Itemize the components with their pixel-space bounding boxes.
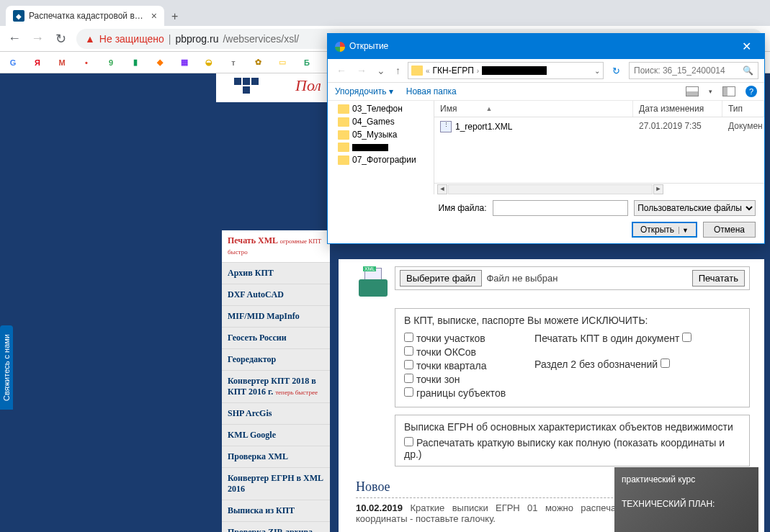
tab-close-icon[interactable]: × bbox=[151, 10, 157, 22]
opt-full-print-label: Распечатать краткую выписку как полную (… bbox=[404, 437, 725, 460]
opt-section2-label: Раздел 2 без обозначений bbox=[534, 359, 658, 370]
bookmark-icon[interactable]: ▮ bbox=[130, 57, 141, 68]
new-folder-button[interactable]: Новая папка bbox=[406, 86, 457, 96]
tab-favicon: ◆ bbox=[13, 10, 24, 22]
view-mode-icon[interactable] bbox=[686, 86, 699, 96]
tree-item[interactable] bbox=[328, 141, 434, 153]
sidebar-item[interactable]: Конвертер ЕГРН в XML 2016 bbox=[222, 468, 330, 500]
dlg-refresh-icon[interactable]: ↻ bbox=[608, 66, 624, 76]
sidebar-item[interactable]: Печать XML огромные КПТ быстро bbox=[222, 230, 330, 263]
dlg-body: 03_Телефон04_Games05_Музыка07_Фотографии… bbox=[328, 101, 764, 194]
dlg-fwd-icon[interactable]: → bbox=[354, 63, 370, 78]
search-placeholder: Поиск: 36_15_2400014 bbox=[634, 66, 725, 76]
col-type[interactable]: Тип bbox=[722, 101, 764, 117]
col-date[interactable]: Дата изменения bbox=[633, 101, 722, 117]
tree-item[interactable]: 04_Games bbox=[328, 115, 434, 128]
site-logo bbox=[234, 78, 256, 99]
dlg-hscroll[interactable]: ◄ ► bbox=[434, 183, 764, 194]
file-status: Файл не выбран bbox=[482, 273, 562, 284]
scroll-left-icon[interactable]: ◄ bbox=[437, 184, 447, 194]
sidebar-item[interactable]: Архив КПТ bbox=[222, 263, 330, 284]
sidebar-item[interactable]: SHP ArcGis bbox=[222, 403, 330, 425]
open-button[interactable]: Открыть▼ bbox=[632, 222, 697, 238]
reload-button[interactable]: ↻ bbox=[53, 31, 68, 47]
tab-title: Распечатка кадастровой выпис bbox=[29, 11, 147, 21]
filename-input[interactable] bbox=[493, 200, 629, 216]
bookmark-icon[interactable]: 9 bbox=[105, 57, 117, 68]
bookmark-icon[interactable]: Я bbox=[32, 57, 43, 68]
organize-menu[interactable]: Упорядочить ▾ bbox=[335, 86, 393, 96]
sidebar-item[interactable]: Геосеть России bbox=[222, 328, 330, 349]
sidebar-item[interactable]: Георедактор bbox=[222, 349, 330, 371]
browser-tab[interactable]: ◆ Распечатка кадастровой выпис × bbox=[6, 6, 164, 26]
bookmark-icon[interactable]: ✿ bbox=[252, 57, 264, 68]
sort-asc-icon: ▲ bbox=[485, 105, 492, 112]
back-button[interactable]: ← bbox=[7, 31, 22, 46]
sidebar-item[interactable]: MIF/MID MapInfo bbox=[222, 306, 330, 328]
header-script: Пол bbox=[295, 76, 321, 95]
print-button[interactable]: Печатать bbox=[692, 270, 745, 287]
option-checkbox[interactable]: точки зон bbox=[404, 374, 506, 385]
dialog-nav: ← → ⌄ ↑ « ГКН-ЕГРП › ⌄ ↻ Поиск: 36_15_24… bbox=[328, 59, 764, 83]
option-checkbox[interactable]: границы субъектов bbox=[404, 387, 506, 399]
dlg-breadcrumb[interactable]: « ГКН-ЕГРП › ⌄ bbox=[408, 62, 604, 79]
tree-item[interactable]: 07_Фотографии bbox=[328, 153, 434, 166]
bookmark-icon[interactable]: • bbox=[81, 57, 92, 68]
dlg-search-input[interactable]: Поиск: 36_15_2400014 🔍 bbox=[629, 62, 758, 79]
sidebar-item[interactable]: Проверка XML bbox=[222, 446, 330, 468]
bookmark-icon[interactable]: ▭ bbox=[277, 57, 288, 68]
sidebar-item[interactable]: DXF AutoCAD bbox=[222, 284, 330, 306]
options-title: В КПТ, выписке, паспорте Вы можете ИСКЛЮ… bbox=[404, 315, 740, 326]
sidebar-item[interactable]: Проверка ZIP-архива bbox=[222, 522, 330, 532]
opt-full-print[interactable] bbox=[404, 437, 413, 446]
tree-item[interactable]: 03_Телефон bbox=[328, 102, 434, 115]
col-name[interactable]: Имя▲ bbox=[434, 101, 633, 117]
option-checkbox[interactable]: точки квартала bbox=[404, 360, 506, 371]
dialog-close-button[interactable]: ✕ bbox=[736, 38, 757, 55]
choose-file-button[interactable]: Выберите файл bbox=[400, 270, 482, 287]
tree-item[interactable]: 05_Музыка bbox=[328, 128, 434, 141]
printer-icon: XML bbox=[356, 266, 390, 301]
scroll-right-icon[interactable]: ► bbox=[653, 184, 663, 194]
dlg-recent-icon[interactable]: ⌄ bbox=[374, 63, 388, 78]
new-tab-button[interactable]: + bbox=[164, 10, 185, 26]
file-open-dialog: Открытие ✕ ← → ⌄ ↑ « ГКН-ЕГРП › ⌄ ↻ Поис… bbox=[327, 33, 765, 244]
bookmark-icon[interactable]: G bbox=[7, 57, 19, 68]
opt-section2[interactable] bbox=[661, 359, 670, 368]
preview-pane-icon[interactable] bbox=[722, 86, 735, 96]
option-checkbox[interactable]: точки ОКСов bbox=[404, 346, 506, 358]
dialog-titlebar[interactable]: Открытие ✕ bbox=[328, 34, 764, 59]
opt-print-one-doc[interactable] bbox=[682, 333, 691, 342]
help-icon[interactable]: ? bbox=[746, 86, 757, 97]
dlg-back-icon[interactable]: ← bbox=[333, 63, 349, 78]
search-icon: 🔍 bbox=[743, 66, 753, 76]
egrn-title: Выписка ЕГРН об основных характеристиках… bbox=[404, 421, 740, 433]
path-seg[interactable]: ГКН-ЕГРП bbox=[433, 66, 474, 76]
filetype-select[interactable]: Пользовательские файлы bbox=[634, 200, 756, 216]
open-dropdown-icon[interactable]: ▼ bbox=[679, 227, 689, 234]
dlg-folder-tree[interactable]: 03_Телефон04_Games05_Музыка07_Фотографии bbox=[328, 101, 434, 194]
side-ad[interactable]: практический курс ТЕХНИЧЕСКИЙ ПЛАН: bbox=[614, 467, 758, 532]
sidebar-item[interactable]: Конвертер КПТ 2018 в КПТ 2016 г. теперь … bbox=[222, 371, 330, 403]
exclude-options: В КПТ, выписке, паспорте Вы можете ИСКЛЮ… bbox=[395, 308, 750, 407]
browser-tab-strip: ◆ Распечатка кадастровой выпис × + bbox=[0, 0, 770, 26]
bookmark-icon[interactable]: ◒ bbox=[203, 57, 215, 68]
bookmark-icon[interactable]: Б bbox=[301, 57, 313, 68]
sidebar-item[interactable]: Выписка из КПТ bbox=[222, 500, 330, 522]
bookmark-icon[interactable]: т bbox=[228, 57, 239, 68]
forward-button[interactable]: → bbox=[30, 31, 45, 46]
ad-line1: практический курс bbox=[622, 474, 751, 484]
bookmark-icon[interactable]: ◆ bbox=[154, 57, 166, 68]
folder-icon bbox=[411, 66, 423, 76]
bookmark-icon[interactable]: M bbox=[56, 57, 68, 68]
sidebar-item[interactable]: KML Google bbox=[222, 425, 330, 446]
path-dropdown-icon[interactable]: ⌄ bbox=[594, 67, 600, 75]
option-checkbox[interactable]: точки участков bbox=[404, 333, 506, 344]
bookmark-icon[interactable]: ▦ bbox=[179, 57, 190, 68]
file-row[interactable]: ⋮1_report1.XML27.01.2019 7:35Докумен bbox=[434, 117, 764, 136]
cancel-button[interactable]: Отмена bbox=[703, 222, 756, 238]
url-domain: pbprog.ru bbox=[176, 33, 219, 45]
dlg-up-icon[interactable]: ↑ bbox=[393, 63, 403, 78]
dlg-footer: Имя файла: Пользовательские файлы Открыт… bbox=[328, 194, 764, 243]
contact-tab[interactable]: Свяжитесь с нами bbox=[0, 325, 13, 410]
